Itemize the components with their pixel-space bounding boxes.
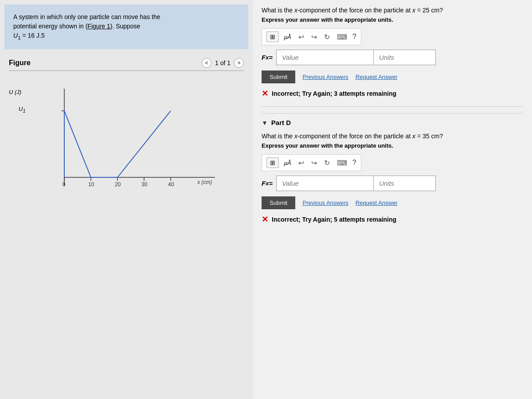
partd-feedback: ✕ Incorrect; Try Again; 5 attempts remai… — [262, 215, 523, 224]
y-axis-label: U (J) — [9, 89, 21, 95]
partc-answer-row: Fx = — [262, 50, 523, 65]
redo-button-d[interactable]: ↪ — [309, 158, 319, 168]
figure-nav: < 1 of 1 > — [202, 58, 244, 68]
partc-feedback: ✕ Incorrect; Try Again; 3 attempts remai… — [262, 89, 523, 98]
next-figure-button[interactable]: > — [234, 58, 244, 68]
partd-label: Part D — [271, 119, 291, 126]
partd-feedback-text: Incorrect; Try Again; 5 attempts remaini… — [272, 216, 396, 223]
redo-button-c[interactable]: ↪ — [309, 32, 319, 42]
figure-header: Figure < 1 of 1 > — [9, 58, 244, 71]
mu-button-d[interactable]: μÅ — [282, 159, 293, 167]
help-button-d[interactable]: ? — [352, 159, 356, 167]
partc-request-answer-button[interactable]: Request Answer — [356, 74, 398, 80]
figure-area: Figure < 1 of 1 > U (J) U1 0 — [0, 54, 253, 399]
partc-feedback-icon: ✕ — [262, 89, 268, 98]
partc-submit-button[interactable]: Submit — [262, 70, 295, 83]
partc-express: Express your answer with the appropriate… — [262, 16, 523, 23]
problem-line2: potential energy shown in (Figure 1). Su… — [13, 22, 239, 31]
partd-collapse-arrow[interactable]: ▼ — [262, 119, 268, 126]
partd-answer-label: Fx = — [262, 176, 276, 191]
part-divider — [262, 106, 523, 107]
undo-button-d[interactable]: ↩ — [297, 158, 306, 168]
svg-text:40: 40 — [168, 181, 174, 188]
matrix-button-d[interactable]: ⊞ — [266, 157, 279, 168]
partd-value-input[interactable] — [276, 176, 374, 191]
partd-submit-row: Submit Previous Answers Request Answer — [262, 196, 523, 209]
keyboard-button-c[interactable]: ⌨ — [335, 32, 349, 42]
partc-toolbar: ⊞ μÅ ↩ ↪ ↻ ⌨ ? — [262, 28, 361, 45]
problem-line1: A system in which only one particle can … — [13, 12, 239, 22]
help-button-c[interactable]: ? — [352, 33, 356, 41]
graph-area: U (J) U1 0 10 20 30 40 — [9, 75, 244, 395]
partc-value-input[interactable] — [276, 50, 374, 65]
partc-answer-label: Fx = — [262, 50, 276, 65]
svg-text:20: 20 — [115, 181, 121, 188]
refresh-button-c[interactable]: ↻ — [322, 32, 332, 42]
svg-text:30: 30 — [141, 181, 148, 188]
svg-text:10: 10 — [88, 181, 94, 188]
partd-express: Express your answer with the appropriate… — [262, 142, 523, 149]
problem-text-box: A system in which only one particle can … — [4, 4, 248, 49]
partd-request-answer-button[interactable]: Request Answer — [356, 200, 398, 206]
matrix-button-c[interactable]: ⊞ — [266, 31, 279, 42]
right-panel: What is the x-component of the force on … — [253, 0, 532, 399]
left-panel: A system in which only one particle can … — [0, 0, 253, 399]
partd-feedback-icon: ✕ — [262, 215, 268, 224]
partc-question: What is the x-component of the force on … — [262, 7, 523, 14]
partc-feedback-text: Incorrect; Try Again; 3 attempts remaini… — [272, 90, 396, 97]
prev-figure-button[interactable]: < — [202, 58, 211, 68]
partc-previous-answers-button[interactable]: Previous Answers — [302, 74, 348, 80]
keyboard-button-d[interactable]: ⌨ — [335, 158, 349, 168]
partd-answer-row: Fx = — [262, 176, 523, 191]
refresh-button-d[interactable]: ↻ — [322, 158, 332, 168]
partd-units-input[interactable] — [374, 176, 436, 191]
u1-label: U1 — [19, 106, 25, 113]
figure-title: Figure — [9, 59, 31, 67]
undo-button-c[interactable]: ↩ — [297, 32, 306, 42]
svg-text:0: 0 — [63, 181, 66, 188]
partd-previous-answers-button[interactable]: Previous Answers — [302, 200, 348, 206]
svg-text:x (cm): x (cm) — [197, 179, 212, 185]
graph-svg: 0 10 20 30 40 x (cm) — [31, 84, 239, 208]
partd-question: What is the x-component of the force on … — [262, 133, 523, 140]
problem-line3: U1 = 16 J.5 — [13, 31, 239, 41]
partc-units-input[interactable] — [374, 50, 436, 65]
figure-nav-label: 1 of 1 — [215, 59, 231, 66]
mu-button-c[interactable]: μÅ — [282, 33, 293, 41]
partc-submit-row: Submit Previous Answers Request Answer — [262, 70, 523, 83]
partd-header: ▼ Part D — [262, 113, 523, 126]
partd-submit-button[interactable]: Submit — [262, 196, 295, 209]
partd-toolbar: ⊞ μÅ ↩ ↪ ↻ ⌨ ? — [262, 154, 361, 171]
